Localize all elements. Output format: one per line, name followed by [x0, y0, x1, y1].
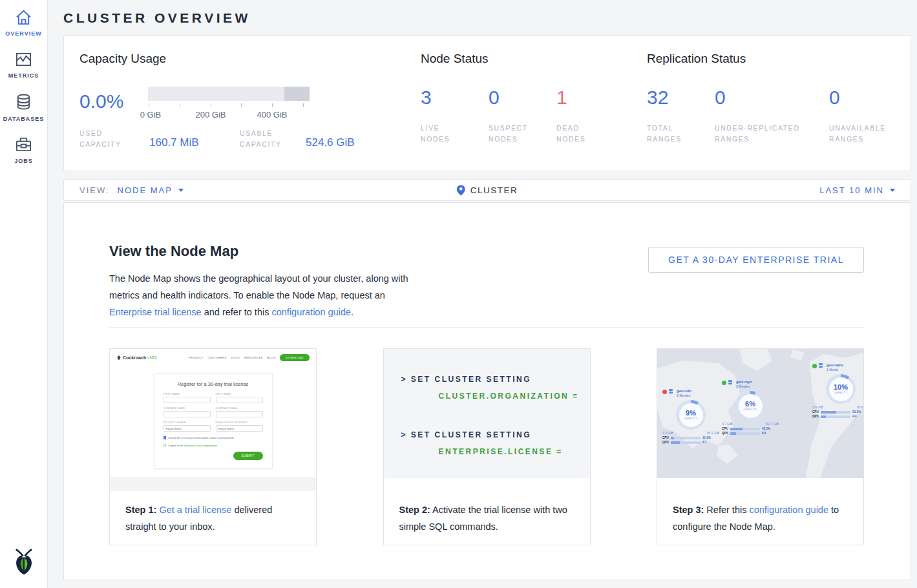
view-label: VIEW:: [79, 185, 110, 195]
usable-capacity-value: 524.6 GiB: [306, 136, 355, 150]
configuration-guide-link[interactable]: configuration guide: [271, 307, 351, 317]
node-map-location-ams: geo=ams1 Node 10% CAPACITY 3.6 GiB36.6 G…: [812, 363, 863, 418]
mini-select: Please Select: [163, 425, 211, 432]
view-toolbar: VIEW: NODE MAP CLUSTER LAST 10 MIN: [63, 179, 911, 201]
live-nodes-stat: 3 LIVENODES: [421, 87, 489, 145]
suspect-nodes-value: 0: [489, 87, 556, 109]
trial-license-signup-preview: Cockroach LABS PRODUCT CUSTOMERS DOCS RE…: [110, 349, 316, 491]
dead-nodes-label: DEADNODES: [556, 123, 624, 145]
configuration-guide-link[interactable]: configuration guide: [749, 505, 828, 515]
dead-nodes-value: 1: [556, 87, 624, 109]
live-nodes-label: LIVENODES: [421, 123, 489, 145]
sql-line: ENTERPRISE.LICENSE =: [401, 447, 590, 456]
step2-card: > SET CLUSTER SETTING CLUSTER.ORGANIZATI…: [383, 348, 591, 545]
capacity-donut: 10% CAPACITY: [826, 374, 856, 404]
trial-registration-form: Register for a 30-day trial license FIRS…: [154, 373, 273, 468]
capacity-gauge-labels: 0 GiB 200 GiB 400 GiB: [148, 110, 310, 120]
mini-nav-item: DOCS: [231, 356, 240, 359]
mini-select: Please Select: [216, 425, 263, 432]
mini-nav-item: CUSTOMERS: [208, 356, 227, 359]
mini-site-footer: [110, 477, 316, 491]
node-map-heading: View the Node Map: [109, 243, 413, 260]
sidebar-item-jobs[interactable]: JOBS: [0, 136, 48, 164]
divider: [109, 327, 864, 328]
node-map-preview: geo=sfo2 Nodes 9% CAPACITY 3.2 GiB35.1 G…: [657, 349, 863, 478]
under-replicated-ranges-stat: 0 UNDER-REPLICATEDRANGES: [715, 87, 829, 145]
mini-input: [163, 397, 211, 403]
sidebar-item-overview[interactable]: OVERVIEW: [0, 9, 48, 37]
step1-caption: Step 1: Get a trial license delivered st…: [110, 491, 316, 535]
mini-input: [216, 397, 263, 403]
tick-label: 0 GiB: [140, 110, 162, 120]
metrics-icon: [15, 51, 32, 68]
get-trial-license-link[interactable]: Get a trial license: [159, 505, 231, 515]
capacity-gauge-bar: [148, 87, 310, 101]
sidebar-item-metrics[interactable]: METRICS: [0, 51, 48, 79]
chevron-down-icon: [890, 189, 895, 192]
sql-line: CLUSTER.ORGANIZATION =: [401, 392, 590, 401]
step2-caption: Step 2: Activate the trial license with …: [384, 478, 590, 535]
capacity-usage-section: Capacity Usage 0.0% 0 GiB 200 GiB 400 Gi…: [64, 36, 421, 171]
jobs-icon: [15, 136, 32, 153]
mini-checkbox-checked: [163, 436, 167, 439]
sql-commands-preview: > SET CLUSTER SETTING CLUSTER.ORGANIZATI…: [384, 349, 590, 478]
enterprise-trial-license-link[interactable]: Enterprise trial license: [109, 307, 202, 317]
mini-input: [163, 411, 211, 417]
replication-status-section: Replication Status 32 TOTALRANGES 0 UNDE…: [647, 36, 911, 171]
view-selector-dropdown[interactable]: NODE MAP: [118, 185, 184, 195]
page-title: CLUSTER OVERVIEW: [63, 0, 911, 36]
capacity-gauge: 0 GiB 200 GiB 400 GiB: [148, 87, 310, 120]
sql-line: > SET CLUSTER SETTING: [401, 375, 590, 384]
mini-download-button: DOWNLOAD: [280, 354, 310, 361]
used-capacity-value: 160.7 MiB: [149, 136, 240, 150]
status-dot-ok: [812, 364, 817, 368]
node-status-title: Node Status: [421, 52, 647, 66]
sql-line: > SET CLUSTER SETTING: [401, 430, 590, 439]
status-dot-warning: [662, 390, 667, 394]
sidebar-item-databases[interactable]: DATABASES: [0, 93, 48, 122]
mini-input: [216, 411, 263, 417]
nodes-icon: [819, 363, 825, 369]
node-map-description: The Node Map shows the geographical layo…: [109, 270, 413, 320]
cockroach-bug-icon: [116, 354, 121, 361]
node-map-location-sfo: geo=sfo2 Nodes 9% CAPACITY 3.2 GiB35.1 G…: [662, 389, 719, 444]
step3-caption: Step 3: Refer this configuration guide t…: [657, 478, 863, 535]
chevron-down-icon: [178, 189, 184, 192]
capacity-gauge-ticks: [148, 103, 310, 108]
enterprise-trial-button[interactable]: GET A 30-DAY ENTERPRISE TRIAL: [648, 247, 864, 273]
node-map-panel: View the Node Map The Node Map shows the…: [63, 202, 911, 580]
under-replicated-ranges-value: 0: [715, 87, 829, 109]
dead-nodes-stat: 1 DEADNODES: [556, 87, 624, 145]
main-content: CLUSTER OVERVIEW Capacity Usage 0.0% 0 G…: [48, 0, 917, 580]
mini-nav-item: RESOURCES: [244, 356, 263, 359]
usable-capacity-label: USABLE CAPACITY: [240, 128, 306, 150]
mini-nav-item: BLOG: [268, 356, 276, 359]
capacity-gauge-reserved-segment: [284, 87, 310, 101]
nodes-icon: [669, 389, 675, 395]
mini-site-nav: PRODUCT CUSTOMERS DOCS RESOURCES BLOG DO…: [189, 354, 310, 361]
suspect-nodes-label: SUSPECTNODES: [489, 123, 556, 145]
step3-card: geo=sfo2 Nodes 9% CAPACITY 3.2 GiB35.1 G…: [657, 348, 864, 545]
capacity-usage-title: Capacity Usage: [79, 52, 421, 66]
map-pin-icon: [457, 185, 465, 196]
capacity-donut: 6% CAPACITY: [735, 391, 765, 421]
status-dot-ok: [722, 381, 726, 385]
unavailable-ranges-value: 0: [829, 87, 897, 109]
live-nodes-value: 3: [421, 87, 489, 109]
unavailable-ranges-stat: 0 UNAVAILABLERANGES: [829, 87, 897, 145]
total-ranges-value: 32: [647, 87, 715, 109]
tick-label: 200 GiB: [196, 110, 226, 120]
mini-checkbox-empty: [163, 444, 167, 447]
tick-label: 400 GiB: [257, 110, 288, 120]
mini-form-title: Register for a 30-day trial license: [163, 381, 263, 387]
cockroach-labs-logo: Cockroach LABS: [116, 354, 157, 361]
total-ranges-stat: 32 TOTALRANGES: [647, 87, 715, 145]
time-range-dropdown[interactable]: LAST 10 MIN: [819, 185, 895, 195]
total-ranges-label: TOTALRANGES: [647, 123, 715, 145]
breadcrumb-cluster: CLUSTER: [457, 185, 518, 196]
used-capacity-label: USED CAPACITY: [79, 128, 149, 150]
node-map-location-nyc: geo=nyc2 Nodes 6% CAPACITY 3.7 GiB61.7 G…: [722, 380, 779, 435]
home-icon: [15, 9, 32, 26]
cluster-summary-panel: Capacity Usage 0.0% 0 GiB 200 GiB 400 Gi…: [63, 36, 911, 171]
capacity-used-percent: 0.0%: [79, 87, 148, 120]
